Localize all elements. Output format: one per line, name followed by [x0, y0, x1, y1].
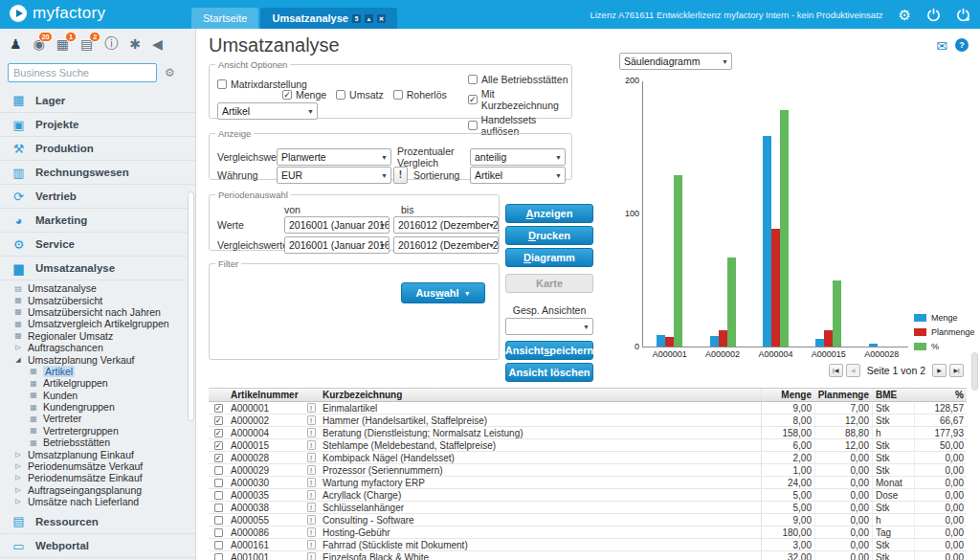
- last-page-button[interactable]: ▶|: [949, 364, 964, 377]
- tree-item-periodenumsaetze-einkauf[interactable]: ▷Periodenumsätze Einkauf: [13, 472, 195, 483]
- table-row[interactable]: A001001!Einzelsofa Black & White32,000,0…: [209, 551, 967, 560]
- tab-minimize-icon[interactable]: ▴: [365, 14, 373, 23]
- vergleichswerte-select[interactable]: Planwerte▼: [277, 148, 391, 166]
- alert-icon[interactable]: !: [307, 515, 316, 525]
- row-checkbox[interactable]: ✓: [214, 416, 223, 425]
- werte-von-select[interactable]: 2016001 (Januar 2016)▼: [284, 216, 390, 234]
- tree-item-vertreter[interactable]: ▦Vertreter: [13, 413, 195, 424]
- tree-item-umsatzuebersicht-nach-jahren[interactable]: ▦Umsatzübersicht nach Jahren: [13, 306, 195, 318]
- tree-item-umsatzanalyse[interactable]: ▤Umsatzanalyse: [13, 282, 195, 294]
- vergleich-von-select[interactable]: 2016001 (Januar 2016)▼: [284, 236, 390, 254]
- business-search-input[interactable]: [8, 63, 157, 82]
- alert-icon[interactable]: !: [307, 440, 316, 450]
- tree-item-artikelgruppen[interactable]: ▦Artikelgruppen: [13, 377, 195, 389]
- alert-icon[interactable]: !: [307, 540, 316, 549]
- sidebar-item-marketing[interactable]: ◕Marketing: [0, 208, 195, 232]
- main-scrollbar-thumb[interactable]: [971, 352, 978, 391]
- sidebar-item-service[interactable]: ⚙Service: [0, 232, 195, 256]
- sidebar-item-projekte[interactable]: ▣Projekte: [0, 112, 195, 136]
- row-checkbox[interactable]: [214, 504, 223, 512]
- tree-item-periodenumsaetze-verkauf[interactable]: ▷Periodenumsätze Verkauf: [13, 460, 195, 472]
- tree-item-artikel[interactable]: ▦Artikel: [13, 366, 195, 377]
- anzeigen-button[interactable]: Anzeigen: [505, 204, 593, 223]
- alert-icon[interactable]: !: [307, 403, 316, 413]
- table-row[interactable]: ✓A000004!Beratung (Dienstleistung; Norma…: [209, 427, 967, 439]
- sidebar-item-rechnungswesen[interactable]: ▥Rechnungswesen: [0, 160, 195, 184]
- dimension-select[interactable]: Artikel ▼: [217, 102, 318, 120]
- table-row[interactable]: A000035!Acryllack (Charge)5,000,00Dose0,…: [209, 489, 967, 502]
- table-row[interactable]: A000029!Prozessor (Seriennummern)1,000,0…: [209, 464, 967, 477]
- drucken-button[interactable]: Drucken: [505, 226, 593, 245]
- settings-gear-icon[interactable]: ⚙: [899, 8, 911, 22]
- checkbox-menge[interactable]: ✓Menge: [282, 89, 326, 101]
- tab-startseite[interactable]: Startseite: [191, 8, 258, 29]
- sidebar-item-lager[interactable]: ▦Lager: [0, 88, 195, 112]
- werte-bis-select[interactable]: 2016012 (Dezember 2016)▼: [393, 216, 499, 234]
- waehrung-info-button[interactable]: !: [393, 167, 408, 184]
- auswahl-button[interactable]: Auswahl▼: [401, 282, 485, 303]
- tab-badge[interactable]: 5: [352, 14, 361, 23]
- first-page-button[interactable]: |◀: [829, 364, 843, 377]
- row-checkbox[interactable]: [214, 466, 223, 475]
- row-checkbox[interactable]: ✓: [214, 404, 223, 413]
- power-icon[interactable]: [926, 8, 941, 22]
- alert-icon[interactable]: !: [307, 453, 316, 462]
- row-checkbox[interactable]: ✓: [214, 441, 223, 450]
- table-row[interactable]: A000086!Hosting-Gebühr180,000,00Tag0,00: [209, 526, 967, 539]
- sidebar-item-ressourcen[interactable]: ▤Ressourcen: [0, 509, 195, 533]
- sidebar-item-umsatzanalyse[interactable]: ▆Umsatzanalyse: [0, 256, 195, 280]
- checkbox-alle-betriebsstaetten[interactable]: Alle Betriebsstätten: [468, 74, 571, 85]
- alert-icon[interactable]: !: [307, 465, 316, 475]
- waehrung-select[interactable]: EUR▼: [277, 167, 391, 184]
- diagramm-button[interactable]: Diagramm: [505, 248, 593, 267]
- tree-item-umsatzplanung-einkauf[interactable]: ▷Umsatzplanung Einkauf: [13, 448, 195, 459]
- tab-close-icon[interactable]: ✕: [377, 14, 386, 23]
- row-checkbox[interactable]: [214, 541, 223, 549]
- chart-type-select[interactable]: Säulendiagramm ▼: [619, 53, 732, 70]
- tree-item-umsatzuebersicht[interactable]: ▦Umsatzübersicht: [13, 294, 195, 305]
- tree-item-vertretergruppen[interactable]: ▦Vertretergruppen: [13, 425, 195, 437]
- checkbox-mit-kurzbezeichnung[interactable]: ✓Mit Kurzbezeichnung: [468, 88, 571, 111]
- sidebar-scrollbar-thumb[interactable]: [188, 191, 194, 421]
- alert-icon[interactable]: !: [307, 490, 316, 500]
- row-checkbox[interactable]: [214, 553, 223, 560]
- tab-umsatzanalyse[interactable]: Umsatzanalyse5▴✕: [260, 8, 397, 29]
- tree-item-betriebsstaetten[interactable]: ▦Betriebsstätten: [13, 437, 195, 448]
- ansicht-loeschen-button[interactable]: Ansicht löschen: [505, 363, 593, 382]
- table-row[interactable]: ✓A000028!Kombipack Nägel (Handelsset)2,0…: [209, 452, 967, 464]
- alert-icon[interactable]: !: [307, 552, 316, 560]
- table-row[interactable]: ✓A000015!Stehlampe (Meldebestand, Staffe…: [209, 439, 967, 452]
- calendar-icon[interactable]: ▦1: [56, 36, 69, 52]
- tasks-icon[interactable]: ▤2: [80, 36, 93, 52]
- alert-icon[interactable]: !: [307, 428, 316, 437]
- row-checkbox[interactable]: [214, 528, 223, 537]
- row-checkbox[interactable]: [214, 516, 223, 525]
- next-page-button[interactable]: ▶: [932, 364, 947, 377]
- tree-item-kundengruppen[interactable]: ▦Kundengruppen: [13, 401, 195, 413]
- tree-item-umsaetze-nach-lieferland[interactable]: ▷Umsätze nach Lieferland: [13, 496, 195, 507]
- alert-icon[interactable]: !: [307, 478, 316, 487]
- row-checkbox[interactable]: ✓: [214, 454, 223, 462]
- tree-item-auftragseingangsplanung[interactable]: ▷Auftragseingangsplanung: [13, 484, 195, 496]
- checkbox-umsatz[interactable]: Umsatz: [336, 89, 384, 101]
- sortierung-select[interactable]: Artikel▼: [470, 167, 566, 184]
- favorites-icon[interactable]: ✱: [129, 36, 141, 52]
- tree-item-umsatzvergleich-artikelgruppen[interactable]: ▦Umsatzvergleich Artikelgruppen: [13, 318, 195, 329]
- table-row[interactable]: A000038!Schlüsselanhänger5,000,00Stk0,00: [209, 502, 967, 514]
- vergleich-bis-select[interactable]: 2016012 (Dezember 2016)▼: [393, 236, 499, 254]
- sidebar-item-produktion[interactable]: ⚒Produktion: [0, 136, 195, 160]
- table-row[interactable]: A000161!Fahrrad (Stückliste mit Dokument…: [209, 539, 967, 551]
- tree-item-auftragschancen[interactable]: ▷Auftragschancen: [13, 342, 195, 353]
- power-plus-icon[interactable]: [956, 8, 970, 22]
- row-checkbox[interactable]: ✓: [214, 429, 223, 437]
- info-icon[interactable]: ⓘ: [104, 35, 118, 53]
- table-row[interactable]: A000030!Wartung myfactory ERP24,000,00Mo…: [209, 477, 967, 489]
- table-row[interactable]: ✓A000001!Einmalartikel9,007,00Stk128,57: [209, 402, 967, 414]
- user-icon[interactable]: ♟: [10, 36, 22, 52]
- help-icon[interactable]: ?: [955, 38, 969, 52]
- alert-icon[interactable]: !: [307, 503, 316, 512]
- search-options-icon[interactable]: ⚙: [165, 66, 175, 79]
- table-row[interactable]: A000055!Consulting - Software9,000,00h0,…: [209, 514, 967, 526]
- row-checkbox[interactable]: [214, 491, 223, 500]
- tree-item-kunden[interactable]: ▦Kunden: [13, 390, 195, 401]
